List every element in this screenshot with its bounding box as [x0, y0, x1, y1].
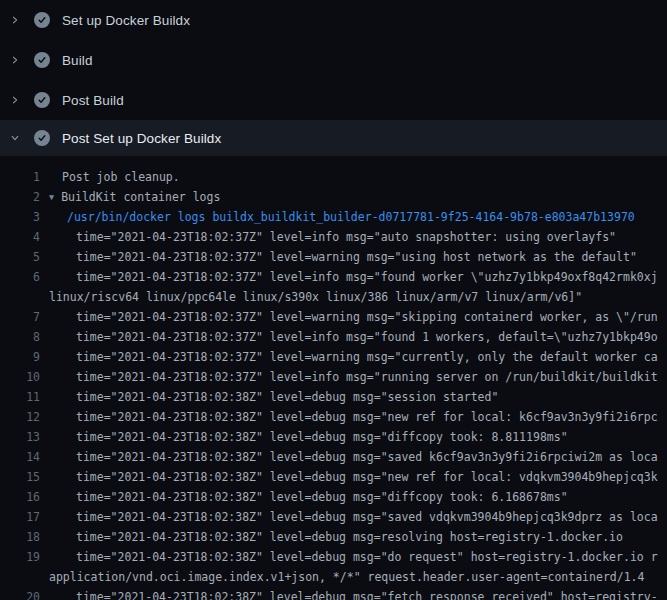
step-build[interactable]: Build [0, 40, 667, 80]
log-text: time="2021-04-23T18:02:37Z" level=warnin… [40, 310, 667, 330]
log-line: 1Post job cleanup. [0, 170, 667, 190]
log-line: 5time="2021-04-23T18:02:37Z" level=warni… [0, 250, 667, 270]
line-number-link[interactable]: 15 [0, 470, 40, 490]
log-line: 10time="2021-04-23T18:02:37Z" level=info… [0, 370, 667, 390]
check-circle-icon [34, 92, 50, 108]
log-line: 13time="2021-04-23T18:02:38Z" level=debu… [0, 430, 667, 450]
line-number-link[interactable]: 9 [0, 350, 40, 370]
line-number-link[interactable]: 14 [0, 450, 40, 470]
log-line: 3/usr/bin/docker logs buildx_buildkit_bu… [0, 210, 667, 230]
step-label: Set up Docker Buildx [62, 13, 190, 28]
line-number-empty [0, 570, 40, 590]
line-number-link[interactable]: 2 [0, 190, 40, 210]
step-label: Post Build [62, 93, 124, 108]
line-number-link[interactable]: 18 [0, 530, 40, 550]
log-text: time="2021-04-23T18:02:38Z" level=debug … [40, 590, 667, 600]
check-circle-icon [34, 52, 50, 68]
log-text: time="2021-04-23T18:02:37Z" level=warnin… [40, 350, 667, 370]
log-text: time="2021-04-23T18:02:37Z" level=info m… [40, 230, 667, 250]
line-number-link[interactable]: 8 [0, 330, 40, 350]
check-circle-icon [34, 130, 50, 146]
log-line: 11time="2021-04-23T18:02:38Z" level=debu… [0, 390, 667, 410]
line-number-link[interactable]: 17 [0, 510, 40, 530]
log-text: application/vnd.oci.image.index.v1+json,… [40, 570, 667, 590]
log-line: linux/riscv64 linux/ppc64le linux/s390x … [0, 290, 667, 310]
log-line: 19time="2021-04-23T18:02:38Z" level=debu… [0, 550, 667, 570]
steps-list: Set up Docker BuildxBuildPost BuildPost … [0, 0, 667, 156]
log-text: time="2021-04-23T18:02:37Z" level=warnin… [40, 250, 667, 270]
step-label: Post Set up Docker Buildx [62, 131, 221, 146]
log-line: 16time="2021-04-23T18:02:38Z" level=debu… [0, 490, 667, 510]
line-number-link[interactable]: 6 [0, 270, 40, 290]
log-text: time="2021-04-23T18:02:37Z" level=info m… [40, 270, 667, 290]
check-circle-icon [34, 12, 50, 28]
chevron-right-icon [10, 12, 20, 28]
log-text: time="2021-04-23T18:02:38Z" level=debug … [40, 410, 667, 430]
log-body: 1Post job cleanup.2▼BuildKit container l… [0, 156, 667, 600]
log-text: time="2021-04-23T18:02:38Z" level=debug … [40, 390, 667, 410]
chevron-right-icon [10, 92, 20, 108]
log-text: linux/riscv64 linux/ppc64le linux/s390x … [40, 290, 667, 310]
log-line: 12time="2021-04-23T18:02:38Z" level=debu… [0, 410, 667, 430]
log-group-toggle[interactable]: ▼BuildKit container logs [40, 190, 667, 210]
log-command-text: /usr/bin/docker logs buildx_buildkit_bui… [40, 210, 667, 230]
log-text: time="2021-04-23T18:02:38Z" level=debug … [40, 510, 667, 530]
log-line: 18time="2021-04-23T18:02:38Z" level=debu… [0, 530, 667, 550]
log-line: 9time="2021-04-23T18:02:37Z" level=warni… [0, 350, 667, 370]
log-line: 8time="2021-04-23T18:02:37Z" level=info … [0, 330, 667, 350]
log-line: 17time="2021-04-23T18:02:38Z" level=debu… [0, 510, 667, 530]
step-set-up-docker-buildx[interactable]: Set up Docker Buildx [0, 0, 667, 40]
line-number-link[interactable]: 12 [0, 410, 40, 430]
log-line: 7time="2021-04-23T18:02:37Z" level=warni… [0, 310, 667, 330]
log-text: time="2021-04-23T18:02:38Z" level=debug … [40, 470, 667, 490]
step-post-set-up-docker-buildx[interactable]: Post Set up Docker Buildx [0, 120, 667, 156]
log-group-label: BuildKit container logs [61, 190, 220, 204]
line-number-link[interactable]: 3 [0, 210, 40, 230]
log-text: time="2021-04-23T18:02:38Z" level=debug … [40, 490, 667, 510]
step-label: Build [62, 53, 93, 68]
chevron-down-icon [10, 130, 20, 146]
line-number-link[interactable]: 5 [0, 250, 40, 270]
log-text: time="2021-04-23T18:02:38Z" level=debug … [40, 530, 667, 550]
log-line: 14time="2021-04-23T18:02:38Z" level=debu… [0, 450, 667, 470]
log-line: application/vnd.oci.image.index.v1+json,… [0, 570, 667, 590]
actions-log-viewer: Set up Docker BuildxBuildPost BuildPost … [0, 0, 667, 600]
line-number-link[interactable]: 11 [0, 390, 40, 410]
triangle-down-icon[interactable]: ▼ [49, 192, 54, 202]
line-number-link[interactable]: 4 [0, 230, 40, 250]
line-number-link[interactable]: 1 [0, 170, 40, 190]
line-number-link[interactable]: 20 [0, 590, 40, 600]
log-text: time="2021-04-23T18:02:37Z" level=info m… [40, 370, 667, 390]
log-line: 20time="2021-04-23T18:02:38Z" level=debu… [0, 590, 667, 600]
step-post-build[interactable]: Post Build [0, 80, 667, 120]
log-text: time="2021-04-23T18:02:38Z" level=debug … [40, 430, 667, 450]
log-text: Post job cleanup. [40, 170, 667, 190]
log-text: time="2021-04-23T18:02:38Z" level=debug … [40, 450, 667, 470]
line-number-link[interactable]: 10 [0, 370, 40, 390]
line-number-link[interactable]: 7 [0, 310, 40, 330]
chevron-right-icon [10, 52, 20, 68]
log-line: 6time="2021-04-23T18:02:37Z" level=info … [0, 270, 667, 290]
line-number-empty [0, 290, 40, 310]
log-line: 15time="2021-04-23T18:02:38Z" level=debu… [0, 470, 667, 490]
log-line: 4time="2021-04-23T18:02:37Z" level=info … [0, 230, 667, 250]
line-number-link[interactable]: 13 [0, 430, 40, 450]
log-text: time="2021-04-23T18:02:37Z" level=info m… [40, 330, 667, 350]
line-number-link[interactable]: 19 [0, 550, 40, 570]
line-number-link[interactable]: 16 [0, 490, 40, 510]
log-text: time="2021-04-23T18:02:38Z" level=debug … [40, 550, 667, 570]
log-line: 2▼BuildKit container logs [0, 190, 667, 210]
